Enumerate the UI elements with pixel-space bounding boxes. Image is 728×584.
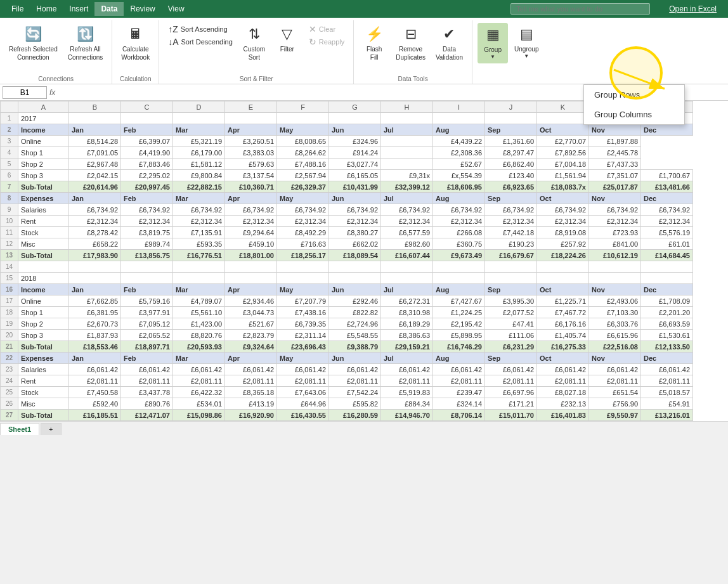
table-cell[interactable]: £2,081.11 [121,375,173,387]
table-cell[interactable]: £292.46 [329,295,381,307]
table-cell[interactable]: £884.34 [381,398,433,410]
custom-sort-button[interactable]: ⇅ Custom Sort [239,23,270,64]
table-cell[interactable]: Oct [537,124,589,136]
table-cell[interactable] [589,273,641,284]
table-cell[interactable]: £7,892.56 [537,147,589,159]
table-cell[interactable]: £1,423.00 [173,318,225,330]
table-cell[interactable]: £6,734.92 [225,204,277,216]
table-cell[interactable]: £2,077.52 [485,307,537,318]
table-cell[interactable]: £16,275.33 [537,341,589,353]
table-cell[interactable]: Mar [173,124,225,136]
table-cell[interactable]: £7,542.24 [329,387,381,398]
table-cell[interactable]: £2,312.34 [433,216,485,227]
table-cell[interactable]: £2,308.36 [433,147,485,159]
table-cell[interactable]: Rent [18,216,69,227]
table-cell[interactable] [485,261,537,273]
table-cell[interactable]: £593.35 [173,238,225,250]
table-cell[interactable]: £16,746.29 [433,341,485,353]
table-cell[interactable]: £521.67 [225,318,277,330]
table-cell[interactable]: £3,260.51 [225,136,277,147]
table-cell[interactable]: £723.93 [589,227,641,238]
table-cell[interactable]: £6,061.42 [485,364,537,375]
table-cell[interactable]: Nov [589,353,641,364]
table-cell[interactable]: £7,442.18 [485,227,537,238]
table-cell[interactable]: Sep [485,284,537,295]
table-cell[interactable]: Misc [18,398,69,410]
table-cell[interactable]: £8,492.29 [277,227,329,238]
col-header-I[interactable]: I [433,101,485,113]
table-cell[interactable]: £1,708.09 [641,295,693,307]
table-cell[interactable]: £239.47 [433,387,485,398]
table-cell[interactable]: £7,467.72 [537,307,589,318]
table-cell[interactable] [329,273,381,284]
table-cell[interactable]: £1,561.94 [537,170,589,181]
table-cell[interactable]: £8,264.62 [277,147,329,159]
table-cell[interactable]: £6,176.16 [537,318,589,330]
table-cell[interactable]: £18,256.17 [277,250,329,261]
table-cell[interactable]: £2,823.79 [225,330,277,341]
table-cell[interactable]: £6,734.92 [69,204,121,216]
table-cell[interactable] [121,261,173,273]
table-cell[interactable]: £8,365.18 [225,387,277,398]
table-cell[interactable]: £6,399.07 [121,136,173,147]
table-cell[interactable]: £8,278.42 [69,227,121,238]
table-cell[interactable]: Jul [381,124,433,136]
table-cell[interactable] [277,273,329,284]
menu-home[interactable]: Home [30,2,63,16]
table-cell[interactable] [173,273,225,284]
table-cell[interactable] [641,273,693,284]
search-input[interactable] [510,3,650,15]
table-cell[interactable]: £6,697.96 [485,387,537,398]
table-cell[interactable]: £18,224.26 [537,250,589,261]
table-cell[interactable]: £1,361.60 [485,136,537,147]
sheet-tab-sheet1[interactable]: Sheet1 [0,423,39,435]
table-cell[interactable]: £18,089.54 [329,250,381,261]
table-cell[interactable]: £324.14 [433,398,485,410]
table-cell[interactable]: May [277,353,329,364]
table-cell[interactable]: £662.02 [329,238,381,250]
table-cell[interactable]: £16,430.55 [277,410,329,421]
table-cell[interactable]: £4,439.22 [433,136,485,147]
table-cell[interactable]: £18,801.00 [225,250,277,261]
table-cell[interactable]: Jul [381,284,433,295]
table-cell[interactable]: £2,195.42 [433,318,485,330]
table-cell[interactable]: £1,581.12 [173,159,225,170]
table-cell[interactable]: £3,137.54 [225,170,277,181]
col-header-K[interactable]: K [537,101,589,113]
table-cell[interactable] [381,273,433,284]
table-cell[interactable]: £2,295.02 [121,170,173,181]
table-cell[interactable] [433,273,485,284]
table-cell[interactable]: £15,098.86 [173,410,225,421]
table-cell[interactable]: May [277,193,329,204]
table-cell[interactable]: Apr [225,284,277,295]
table-cell[interactable]: £2,312.34 [329,216,381,227]
table-cell[interactable] [433,113,485,124]
table-cell[interactable]: £12,133.50 [641,341,693,353]
table-cell[interactable]: £6,061.42 [173,364,225,375]
table-cell[interactable]: Aug [433,284,485,295]
table-cell[interactable]: £3,044.73 [225,307,277,318]
table-cell[interactable] [69,273,121,284]
table-cell[interactable]: £8,027.18 [537,387,589,398]
table-cell[interactable]: £2,081.11 [589,375,641,387]
table-cell[interactable]: £7,351.07 [589,170,641,181]
table-cell[interactable] [18,261,69,273]
table-cell[interactable]: £4,419.90 [121,147,173,159]
table-cell[interactable]: 2017 [18,113,69,124]
menu-review[interactable]: Review [124,2,161,16]
table-cell[interactable]: £8,386.63 [381,330,433,341]
table-cell[interactable]: Salaries [18,204,69,216]
table-cell[interactable]: £16,920.90 [225,410,277,421]
col-header-C[interactable]: C [121,101,173,113]
table-cell[interactable]: Jun [329,124,381,136]
table-cell[interactable]: £16,776.51 [173,250,225,261]
table-cell[interactable] [173,113,225,124]
table-cell[interactable]: £6,381.95 [69,307,121,318]
table-cell[interactable]: Oct [537,193,589,204]
table-cell[interactable]: May [277,124,329,136]
table-cell[interactable] [537,261,589,273]
table-cell[interactable]: £7,135.91 [173,227,225,238]
table-cell[interactable]: £9,673.49 [433,250,485,261]
table-cell[interactable]: £5,561.10 [173,307,225,318]
table-cell[interactable]: £7,091.05 [69,147,121,159]
